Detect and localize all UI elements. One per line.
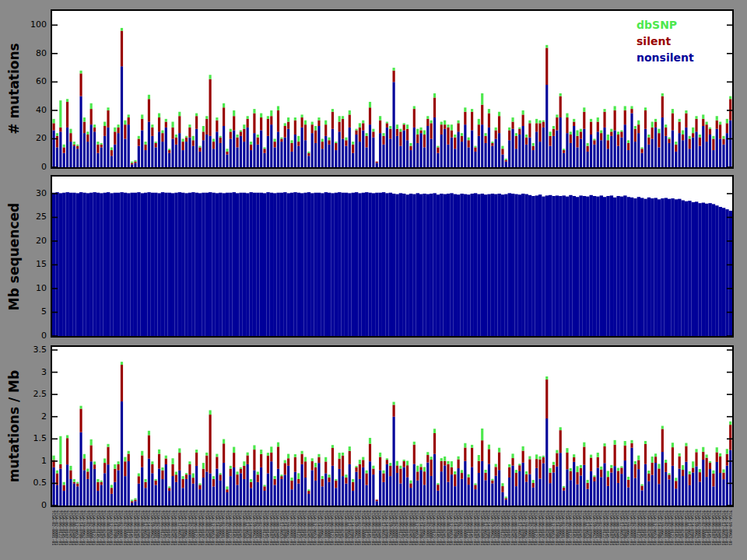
bar-nonsilent [726,466,728,506]
bar-silent [223,443,225,463]
bar-silent [590,122,592,135]
bar-dbsnp [324,121,327,124]
bar-dbsnp [121,28,123,31]
bar-silent [297,142,300,145]
bar-nonsilent [451,138,453,167]
bar-silent [545,380,548,418]
bar-mb [627,197,630,336]
bar-mb [668,199,671,336]
bar-silent [587,146,589,152]
bar-nonsilent [59,469,61,506]
bar-mb [725,209,728,336]
bar-nonsilent [124,138,126,167]
bar-nonsilent [270,124,272,167]
bar-silent [447,128,449,145]
bar-nonsilent [209,474,212,506]
bar-nonsilent [188,474,191,506]
bar-nonsilent [379,471,381,506]
bar-silent [165,122,167,128]
bar-mb [688,201,691,336]
bar-dbsnp [672,443,674,447]
bar-silent [403,461,405,467]
bar-dbsnp [141,451,143,456]
bar-nonsilent [382,482,384,506]
bar-silent [501,486,503,492]
bar-mb [212,193,215,336]
bar-mb [345,193,348,336]
bar-dbsnp [654,453,657,457]
bar-dbsnp [505,159,507,160]
bar-silent [393,404,395,416]
bar-silent [236,138,238,148]
bar-dbsnp [355,129,357,131]
bar-silent [556,453,558,466]
bar-silent [617,471,619,482]
bar-nonsilent [100,147,103,167]
bar-silent [614,445,616,466]
bar-dbsnp [518,128,521,129]
bar-dbsnp [525,135,528,138]
bar-dbsnp [593,475,595,477]
bar-silent [430,460,433,476]
bar-silent [209,415,212,473]
bar-nonsilent [171,476,174,506]
bar-silent [478,461,480,473]
bar-silent [637,460,640,469]
bar-dbsnp [447,461,449,464]
bar-silent [148,435,150,458]
y-tick-label: 0.5 [14,478,47,488]
bar-nonsilent [583,129,585,167]
bar-dbsnp [93,124,96,128]
bar-nonsilent [624,460,626,506]
bar-mb [188,193,191,336]
bar-silent [188,128,191,138]
bar-mb [372,193,375,336]
bar-nonsilent [464,461,466,506]
bar-dbsnp [212,138,215,142]
bar-dbsnp [699,469,701,472]
bar-dbsnp [379,453,381,457]
bar-silent [712,138,714,150]
bar-nonsilent [464,124,466,167]
bar-mb [233,192,236,336]
bar-dbsnp [542,456,545,457]
bar-nonsilent [651,475,654,506]
bar-dbsnp [321,476,324,479]
bar-nonsilent [685,128,687,167]
bar-nonsilent [304,478,307,506]
bar-nonsilent [79,96,82,167]
bar-silent [107,110,109,128]
bar-silent [627,480,630,488]
bar-nonsilent [468,485,470,506]
bar-silent [440,461,443,471]
bar-silent [168,150,170,153]
bar-nonsilent [419,133,422,167]
bar-dbsnp [205,453,208,456]
bar-dbsnp [706,454,708,457]
bar-nonsilent [447,145,449,167]
bar-nonsilent [223,463,225,506]
bar-mb [100,193,103,336]
bar-dbsnp [338,453,341,459]
bar-dbsnp [702,447,704,452]
bar-silent [124,124,126,138]
bar-nonsilent [471,467,473,506]
bar-silent [607,140,609,149]
bar-nonsilent [216,469,218,506]
bar-mb [409,194,412,336]
bar-silent [508,130,510,140]
bar-nonsilent [359,479,361,506]
bar-mb [338,192,341,336]
bar-silent [131,501,133,502]
bar-nonsilent [675,152,677,167]
bar-mb [633,198,637,336]
bar-nonsilent [484,480,486,506]
bar-nonsilent [349,464,351,506]
bar-nonsilent [243,142,245,167]
bar-nonsilent [260,467,262,506]
bar-dbsnp [389,126,391,129]
bar-dbsnp [83,454,86,459]
bar-mb [226,193,229,336]
bar-nonsilent [393,417,395,506]
bar-nonsilent [63,491,65,506]
